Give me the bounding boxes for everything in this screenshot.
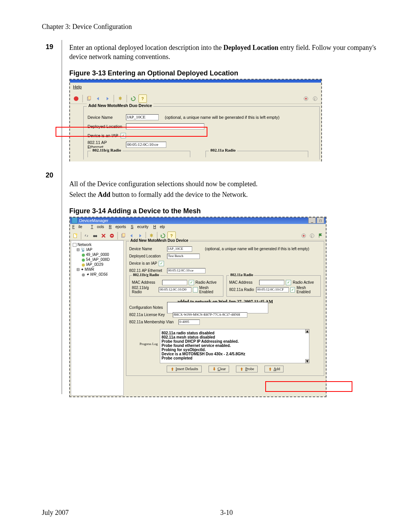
svg-text:i: i xyxy=(314,96,315,101)
window-title: DeviceManager xyxy=(79,218,108,223)
device-name-input[interactable]: IAP_10CE xyxy=(126,114,159,120)
bg-mac-input[interactable] xyxy=(162,280,187,285)
device-is-iap-checkbox[interactable] xyxy=(159,261,164,266)
bg-mac-label: MAC Address xyxy=(132,280,161,284)
figure-3-13-caption: Figure 3-13 Entering an Optional Deploye… xyxy=(69,69,382,77)
page-footer: July 2007 3-10 xyxy=(42,509,384,517)
divider-line xyxy=(62,40,62,394)
network-tree[interactable]: Network ⊟ 📡 IAP 49_IAP_0000 54_IAP_008D … xyxy=(71,240,124,396)
a-radio-active-label: Radio Active xyxy=(293,280,314,284)
tools-icon[interactable] xyxy=(116,95,124,102)
menu-file[interactable]: File xyxy=(72,225,86,229)
radio-bg-title: 802.11b/g Radio xyxy=(91,148,123,152)
step-19-text: Enter an optional deployed location desc… xyxy=(69,43,382,62)
bg-radio-input[interactable]: 00:05:12:0C:10:D0 xyxy=(159,287,191,292)
copy-icon[interactable] xyxy=(119,232,127,240)
toolbar: ? i xyxy=(70,232,326,240)
figure-3-13: Help ? i Add New MotoMesh Duo Device Dev… xyxy=(69,79,322,161)
deployed-location-input[interactable]: Test Bench xyxy=(167,254,200,259)
svg-point-5 xyxy=(305,97,307,99)
svg-point-18 xyxy=(303,235,304,236)
step-20-text: All of the Device configuration selectio… xyxy=(69,179,382,200)
scroll-down-icon[interactable]: ▼ xyxy=(305,359,309,363)
back-icon[interactable] xyxy=(94,95,102,102)
record-icon[interactable] xyxy=(302,95,310,102)
ap-ethernet-input[interactable]: 00:05:12:0C:10:ce xyxy=(167,268,206,273)
figure-3-14-caption: Figure 3-14 Adding a Device to the Mesh xyxy=(69,207,382,215)
menubar: File Tools Reports Security Help xyxy=(70,224,326,232)
footer-date: July 2007 xyxy=(42,509,69,517)
svg-text:i: i xyxy=(311,233,312,238)
clear-button[interactable]: Clear xyxy=(209,366,229,372)
step-19-number: 19 xyxy=(46,43,53,51)
svg-point-9 xyxy=(75,233,77,235)
help-icon[interactable]: ? xyxy=(139,94,147,103)
window-titlebar: DeviceManager _ □ xyxy=(70,217,326,224)
membership-vlan-label: 802.11a Membership Vlan xyxy=(129,320,177,324)
a-radio-input[interactable]: 00:05:12:0C:10:CF xyxy=(256,287,289,292)
new-icon[interactable] xyxy=(72,232,79,240)
a-radio-active-checkbox[interactable] xyxy=(286,280,291,285)
maximize-button[interactable]: □ xyxy=(317,217,324,224)
chapter-header: Chapter 3: Device Configuration xyxy=(42,23,384,31)
device-name-note: (optional, a unique name will be generat… xyxy=(165,115,279,120)
license-key-input[interactable]: 8HCX-WJ99-M9CN-RH7P-77CA-8C37-4HNH xyxy=(173,312,247,318)
bg-mesh-checkbox[interactable] xyxy=(193,287,198,292)
svg-text:?: ? xyxy=(142,96,144,101)
svg-point-0 xyxy=(74,96,78,101)
a-radio-label: 802.11a Radio xyxy=(229,288,255,292)
menubar: Help xyxy=(70,83,321,94)
probe-button[interactable]: Probe xyxy=(236,366,257,372)
delete-icon[interactable] xyxy=(100,232,107,240)
menu-tools[interactable]: Tools xyxy=(91,225,104,229)
minimize-button[interactable]: _ xyxy=(308,217,316,224)
bg-mesh-label: Mesh Enabled xyxy=(199,286,221,294)
membership-vlan-input[interactable]: 0-4095 xyxy=(178,320,200,325)
app-icon xyxy=(72,217,78,224)
menu-security[interactable]: Security xyxy=(131,225,148,229)
forward-icon[interactable] xyxy=(104,95,111,102)
svg-rect-15 xyxy=(122,233,125,237)
device-name-input[interactable]: IAP_10CE xyxy=(167,246,192,252)
ap-ethernet-label: 802.11 AP Ethernet xyxy=(129,268,166,273)
bg-radio-active-checkbox[interactable] xyxy=(189,280,194,285)
svg-rect-13 xyxy=(111,235,113,236)
highlight-add-button xyxy=(265,381,352,392)
svg-point-10 xyxy=(93,235,95,237)
license-key-label: 802.11a License Key xyxy=(129,313,171,317)
menu-reports[interactable]: Reports xyxy=(109,225,126,229)
a-mesh-checkbox[interactable] xyxy=(290,287,295,292)
a-mac-input[interactable] xyxy=(259,280,284,285)
svg-rect-2 xyxy=(88,96,91,99)
device-name-label: Device Name xyxy=(88,115,124,120)
insert-defaults-button[interactable]: Insert Defaults xyxy=(167,366,202,372)
radio-bg-title: 802.11b/g Radio xyxy=(132,273,160,277)
config-notes-label: Configuration Notes xyxy=(129,305,166,310)
menu-help[interactable]: Help xyxy=(73,85,82,89)
radio-a-title: 802.11a Radio xyxy=(209,148,237,152)
info-icon[interactable]: i xyxy=(311,95,319,102)
flag-icon[interactable] xyxy=(317,232,324,240)
config-notes-input[interactable] xyxy=(167,302,268,313)
a-mesh-label: Mesh Enabled xyxy=(296,286,318,294)
binoculars-icon[interactable] xyxy=(91,232,99,240)
bg-radio-active-label: Radio Active xyxy=(196,280,217,284)
highlight-deployed-location xyxy=(56,127,207,137)
link-icon[interactable] xyxy=(83,232,91,240)
step-20-number: 20 xyxy=(46,171,53,179)
menu-help[interactable]: Help xyxy=(153,225,165,229)
scroll-up-icon[interactable]: ▲ xyxy=(305,329,309,333)
record-icon[interactable] xyxy=(300,232,307,240)
add-button[interactable]: Add xyxy=(264,366,284,372)
ap-ethernet-input[interactable]: 00:05:12:0C:10:ce xyxy=(126,142,166,148)
figure-3-14: DeviceManager _ □ File Tools Reports Sec… xyxy=(69,217,327,397)
copy-icon[interactable] xyxy=(85,95,93,102)
refresh-icon[interactable] xyxy=(129,95,137,102)
stop-icon[interactable] xyxy=(108,232,116,240)
toolbar: ? i xyxy=(70,94,321,104)
radio-a-title: 802.11a Radio xyxy=(229,273,254,277)
device-name-label: Device Name xyxy=(129,247,166,251)
info-icon[interactable]: i xyxy=(308,232,316,240)
bg-radio-label: 802.11b/g Radio xyxy=(132,286,158,294)
app-icon xyxy=(72,95,80,102)
